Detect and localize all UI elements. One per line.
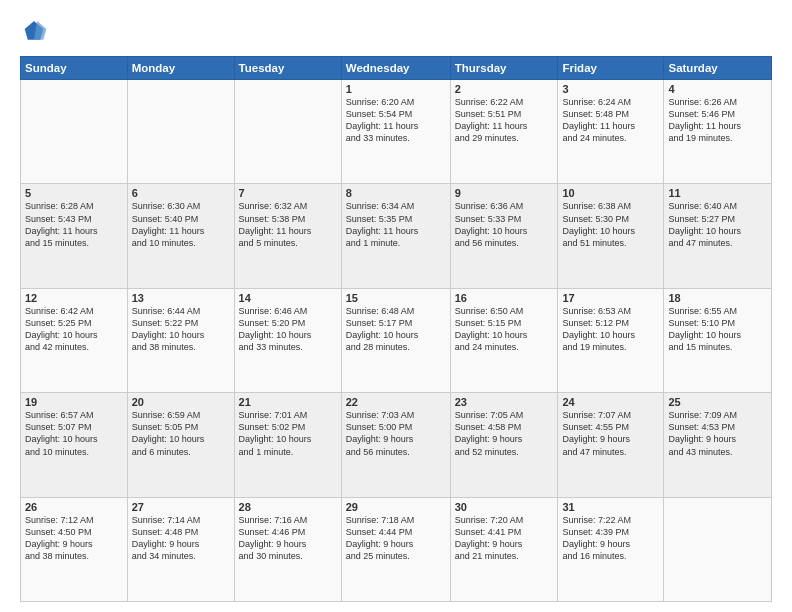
day-number: 25 bbox=[668, 396, 767, 408]
cell-details: Sunrise: 6:34 AM Sunset: 5:35 PM Dayligh… bbox=[346, 200, 446, 249]
cell-details: Sunrise: 6:24 AM Sunset: 5:48 PM Dayligh… bbox=[562, 96, 659, 145]
calendar-cell: 3Sunrise: 6:24 AM Sunset: 5:48 PM Daylig… bbox=[558, 80, 664, 184]
week-row-4: 26Sunrise: 7:12 AM Sunset: 4:50 PM Dayli… bbox=[21, 497, 772, 601]
calendar-cell bbox=[21, 80, 128, 184]
calendar-cell: 30Sunrise: 7:20 AM Sunset: 4:41 PM Dayli… bbox=[450, 497, 558, 601]
cell-details: Sunrise: 6:38 AM Sunset: 5:30 PM Dayligh… bbox=[562, 200, 659, 249]
calendar-cell: 27Sunrise: 7:14 AM Sunset: 4:48 PM Dayli… bbox=[127, 497, 234, 601]
calendar-cell bbox=[234, 80, 341, 184]
day-number: 9 bbox=[455, 187, 554, 199]
day-number: 22 bbox=[346, 396, 446, 408]
day-number: 2 bbox=[455, 83, 554, 95]
calendar-cell: 15Sunrise: 6:48 AM Sunset: 5:17 PM Dayli… bbox=[341, 288, 450, 392]
cell-details: Sunrise: 7:05 AM Sunset: 4:58 PM Dayligh… bbox=[455, 409, 554, 458]
cell-details: Sunrise: 6:28 AM Sunset: 5:43 PM Dayligh… bbox=[25, 200, 123, 249]
cell-details: Sunrise: 7:14 AM Sunset: 4:48 PM Dayligh… bbox=[132, 514, 230, 563]
calendar-cell: 24Sunrise: 7:07 AM Sunset: 4:55 PM Dayli… bbox=[558, 393, 664, 497]
week-row-0: 1Sunrise: 6:20 AM Sunset: 5:54 PM Daylig… bbox=[21, 80, 772, 184]
day-number: 16 bbox=[455, 292, 554, 304]
calendar-cell: 21Sunrise: 7:01 AM Sunset: 5:02 PM Dayli… bbox=[234, 393, 341, 497]
calendar-cell: 16Sunrise: 6:50 AM Sunset: 5:15 PM Dayli… bbox=[450, 288, 558, 392]
calendar-cell: 28Sunrise: 7:16 AM Sunset: 4:46 PM Dayli… bbox=[234, 497, 341, 601]
page: SundayMondayTuesdayWednesdayThursdayFrid… bbox=[0, 0, 792, 612]
cell-details: Sunrise: 7:01 AM Sunset: 5:02 PM Dayligh… bbox=[239, 409, 337, 458]
logo bbox=[20, 18, 52, 46]
week-row-2: 12Sunrise: 6:42 AM Sunset: 5:25 PM Dayli… bbox=[21, 288, 772, 392]
calendar-cell: 20Sunrise: 6:59 AM Sunset: 5:05 PM Dayli… bbox=[127, 393, 234, 497]
calendar-cell: 7Sunrise: 6:32 AM Sunset: 5:38 PM Daylig… bbox=[234, 184, 341, 288]
calendar-cell: 11Sunrise: 6:40 AM Sunset: 5:27 PM Dayli… bbox=[664, 184, 772, 288]
calendar-cell: 22Sunrise: 7:03 AM Sunset: 5:00 PM Dayli… bbox=[341, 393, 450, 497]
calendar-cell: 31Sunrise: 7:22 AM Sunset: 4:39 PM Dayli… bbox=[558, 497, 664, 601]
cell-details: Sunrise: 6:46 AM Sunset: 5:20 PM Dayligh… bbox=[239, 305, 337, 354]
week-row-3: 19Sunrise: 6:57 AM Sunset: 5:07 PM Dayli… bbox=[21, 393, 772, 497]
calendar-cell: 13Sunrise: 6:44 AM Sunset: 5:22 PM Dayli… bbox=[127, 288, 234, 392]
cell-details: Sunrise: 6:53 AM Sunset: 5:12 PM Dayligh… bbox=[562, 305, 659, 354]
calendar-cell bbox=[664, 497, 772, 601]
cell-details: Sunrise: 7:16 AM Sunset: 4:46 PM Dayligh… bbox=[239, 514, 337, 563]
cell-details: Sunrise: 7:18 AM Sunset: 4:44 PM Dayligh… bbox=[346, 514, 446, 563]
day-number: 3 bbox=[562, 83, 659, 95]
col-header-sunday: Sunday bbox=[21, 57, 128, 80]
day-number: 19 bbox=[25, 396, 123, 408]
day-number: 8 bbox=[346, 187, 446, 199]
col-header-saturday: Saturday bbox=[664, 57, 772, 80]
cell-details: Sunrise: 7:12 AM Sunset: 4:50 PM Dayligh… bbox=[25, 514, 123, 563]
day-number: 12 bbox=[25, 292, 123, 304]
day-number: 6 bbox=[132, 187, 230, 199]
day-number: 26 bbox=[25, 501, 123, 513]
calendar-cell: 2Sunrise: 6:22 AM Sunset: 5:51 PM Daylig… bbox=[450, 80, 558, 184]
day-number: 10 bbox=[562, 187, 659, 199]
calendar-cell: 6Sunrise: 6:30 AM Sunset: 5:40 PM Daylig… bbox=[127, 184, 234, 288]
day-number: 21 bbox=[239, 396, 337, 408]
day-number: 28 bbox=[239, 501, 337, 513]
calendar-cell: 14Sunrise: 6:46 AM Sunset: 5:20 PM Dayli… bbox=[234, 288, 341, 392]
day-number: 7 bbox=[239, 187, 337, 199]
day-number: 17 bbox=[562, 292, 659, 304]
cell-details: Sunrise: 6:32 AM Sunset: 5:38 PM Dayligh… bbox=[239, 200, 337, 249]
calendar-header-row: SundayMondayTuesdayWednesdayThursdayFrid… bbox=[21, 57, 772, 80]
calendar-cell: 9Sunrise: 6:36 AM Sunset: 5:33 PM Daylig… bbox=[450, 184, 558, 288]
calendar-cell: 26Sunrise: 7:12 AM Sunset: 4:50 PM Dayli… bbox=[21, 497, 128, 601]
calendar-cell: 18Sunrise: 6:55 AM Sunset: 5:10 PM Dayli… bbox=[664, 288, 772, 392]
cell-details: Sunrise: 7:09 AM Sunset: 4:53 PM Dayligh… bbox=[668, 409, 767, 458]
cell-details: Sunrise: 6:50 AM Sunset: 5:15 PM Dayligh… bbox=[455, 305, 554, 354]
cell-details: Sunrise: 7:22 AM Sunset: 4:39 PM Dayligh… bbox=[562, 514, 659, 563]
calendar-cell bbox=[127, 80, 234, 184]
col-header-wednesday: Wednesday bbox=[341, 57, 450, 80]
cell-details: Sunrise: 7:07 AM Sunset: 4:55 PM Dayligh… bbox=[562, 409, 659, 458]
day-number: 15 bbox=[346, 292, 446, 304]
calendar-table: SundayMondayTuesdayWednesdayThursdayFrid… bbox=[20, 56, 772, 602]
cell-details: Sunrise: 6:55 AM Sunset: 5:10 PM Dayligh… bbox=[668, 305, 767, 354]
cell-details: Sunrise: 6:30 AM Sunset: 5:40 PM Dayligh… bbox=[132, 200, 230, 249]
cell-details: Sunrise: 6:20 AM Sunset: 5:54 PM Dayligh… bbox=[346, 96, 446, 145]
cell-details: Sunrise: 6:48 AM Sunset: 5:17 PM Dayligh… bbox=[346, 305, 446, 354]
day-number: 13 bbox=[132, 292, 230, 304]
day-number: 11 bbox=[668, 187, 767, 199]
cell-details: Sunrise: 6:26 AM Sunset: 5:46 PM Dayligh… bbox=[668, 96, 767, 145]
day-number: 30 bbox=[455, 501, 554, 513]
calendar-cell: 23Sunrise: 7:05 AM Sunset: 4:58 PM Dayli… bbox=[450, 393, 558, 497]
cell-details: Sunrise: 6:42 AM Sunset: 5:25 PM Dayligh… bbox=[25, 305, 123, 354]
day-number: 23 bbox=[455, 396, 554, 408]
week-row-1: 5Sunrise: 6:28 AM Sunset: 5:43 PM Daylig… bbox=[21, 184, 772, 288]
calendar-cell: 12Sunrise: 6:42 AM Sunset: 5:25 PM Dayli… bbox=[21, 288, 128, 392]
calendar-cell: 8Sunrise: 6:34 AM Sunset: 5:35 PM Daylig… bbox=[341, 184, 450, 288]
cell-details: Sunrise: 7:20 AM Sunset: 4:41 PM Dayligh… bbox=[455, 514, 554, 563]
calendar-cell: 1Sunrise: 6:20 AM Sunset: 5:54 PM Daylig… bbox=[341, 80, 450, 184]
cell-details: Sunrise: 6:44 AM Sunset: 5:22 PM Dayligh… bbox=[132, 305, 230, 354]
day-number: 20 bbox=[132, 396, 230, 408]
calendar-cell: 29Sunrise: 7:18 AM Sunset: 4:44 PM Dayli… bbox=[341, 497, 450, 601]
calendar-cell: 17Sunrise: 6:53 AM Sunset: 5:12 PM Dayli… bbox=[558, 288, 664, 392]
cell-details: Sunrise: 6:59 AM Sunset: 5:05 PM Dayligh… bbox=[132, 409, 230, 458]
calendar-cell: 4Sunrise: 6:26 AM Sunset: 5:46 PM Daylig… bbox=[664, 80, 772, 184]
col-header-thursday: Thursday bbox=[450, 57, 558, 80]
day-number: 14 bbox=[239, 292, 337, 304]
cell-details: Sunrise: 6:22 AM Sunset: 5:51 PM Dayligh… bbox=[455, 96, 554, 145]
col-header-monday: Monday bbox=[127, 57, 234, 80]
day-number: 4 bbox=[668, 83, 767, 95]
col-header-tuesday: Tuesday bbox=[234, 57, 341, 80]
calendar-cell: 10Sunrise: 6:38 AM Sunset: 5:30 PM Dayli… bbox=[558, 184, 664, 288]
cell-details: Sunrise: 6:36 AM Sunset: 5:33 PM Dayligh… bbox=[455, 200, 554, 249]
calendar-cell: 5Sunrise: 6:28 AM Sunset: 5:43 PM Daylig… bbox=[21, 184, 128, 288]
